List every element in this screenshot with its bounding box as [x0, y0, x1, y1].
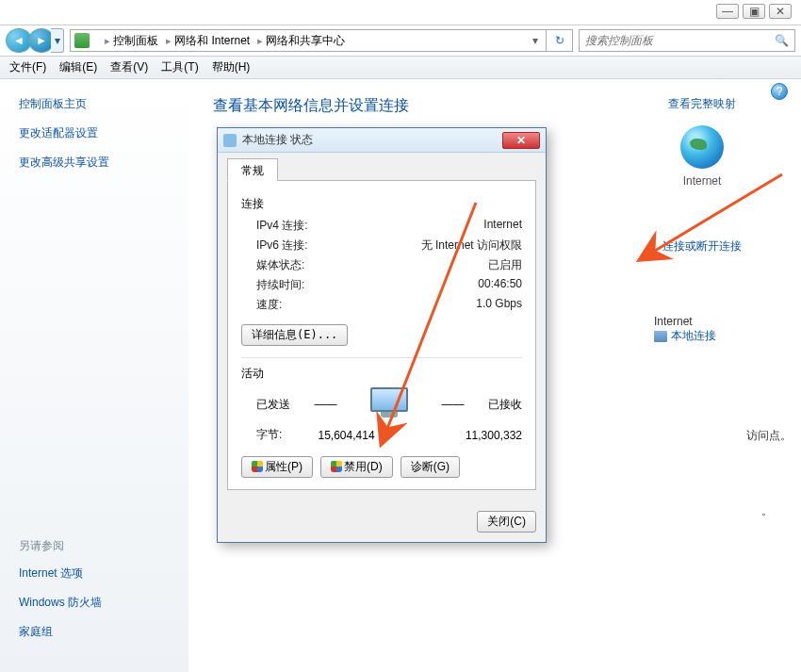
see-also-section: 另请参阅 Internet 选项 Windows 防火墙 家庭组: [19, 538, 102, 653]
partial-text: 访问点。: [746, 428, 792, 444]
sidebar-adapter-settings[interactable]: 更改适配器设置: [19, 125, 170, 141]
partial-text-2: 。: [761, 503, 773, 519]
details-button[interactable]: 详细信息(E)...: [241, 324, 348, 346]
view-full-map-link[interactable]: 查看完整映射: [631, 96, 773, 112]
value-sent-bytes: 15,604,414: [319, 429, 375, 442]
label-sent: 已发送: [256, 397, 290, 413]
breadcrumb[interactable]: 网络和共享中心: [253, 33, 349, 49]
breadcrumb[interactable]: 网络和 Internet: [162, 33, 253, 49]
label-duration: 持续时间:: [256, 277, 304, 293]
local-connection-link[interactable]: 本地连接: [671, 329, 716, 342]
address-dropdown-icon[interactable]: ▾: [529, 34, 542, 47]
network-map-column: 查看完整映射 Internet 连接或断开连接: [631, 96, 773, 268]
value-recv-bytes: 11,300,332: [466, 429, 522, 442]
menu-view[interactable]: 查看(V): [110, 59, 148, 75]
tab-general[interactable]: 常规: [227, 158, 278, 181]
close-button[interactable]: 关闭(C): [477, 511, 536, 533]
disable-button[interactable]: 禁用(D): [320, 456, 393, 478]
diagnose-button[interactable]: 诊断(G): [400, 456, 460, 478]
window-min-button[interactable]: —: [716, 4, 739, 19]
label-ipv6: IPv6 连接:: [256, 238, 308, 254]
properties-button[interactable]: 属性(P): [241, 456, 313, 478]
value-media: 已启用: [488, 257, 522, 273]
internet-label: Internet: [631, 174, 773, 188]
dialog-icon: [223, 134, 237, 147]
search-input[interactable]: [585, 34, 775, 47]
sidebar-sharing-settings[interactable]: 更改高级共享设置: [19, 155, 170, 171]
dialog-title: 本地连接 状态: [242, 132, 502, 148]
activity-monitor-icon: [366, 387, 413, 421]
menu-tools[interactable]: 工具(T): [161, 59, 198, 75]
value-speed: 1.0 Gbps: [476, 297, 522, 313]
shield-icon: [331, 461, 342, 472]
control-panel-icon: [74, 33, 90, 48]
value-ipv4: Internet: [483, 218, 522, 234]
navigation-bar: ◄ ► ▾ 控制面板 网络和 Internet 网络和共享中心 ▾ ↻ 🔍: [0, 25, 801, 57]
menu-bar: 文件(F) 编辑(E) 查看(V) 工具(T) 帮助(H): [0, 57, 801, 79]
menu-edit[interactable]: 编辑(E): [59, 59, 97, 75]
label-received: 已接收: [488, 397, 522, 413]
label-bytes: 字节:: [256, 427, 282, 443]
dialog-titlebar[interactable]: 本地连接 状态 ✕: [218, 128, 546, 153]
address-bar[interactable]: 控制面板 网络和 Internet 网络和共享中心 ▾: [70, 29, 547, 52]
see-also-internet-options[interactable]: Internet 选项: [19, 565, 102, 582]
see-also-firewall[interactable]: Windows 防火墙: [19, 595, 102, 611]
internet-text: Internet: [654, 315, 716, 328]
connection-status-dialog: 本地连接 状态 ✕ 常规 连接 IPv4 连接:Internet IPv6 连接…: [217, 127, 547, 543]
refresh-button[interactable]: ↻: [547, 29, 573, 52]
section-connection: 连接: [241, 196, 522, 212]
label-speed: 速度:: [256, 297, 282, 313]
tab-panel-general: 连接 IPv4 连接:Internet IPv6 连接:无 Internet 访…: [227, 181, 536, 490]
search-icon[interactable]: 🔍: [775, 34, 789, 47]
value-ipv6: 无 Internet 访问权限: [421, 238, 522, 254]
section-activity: 活动: [241, 366, 522, 382]
see-also-heading: 另请参阅: [19, 538, 102, 554]
tab-strip: 常规: [227, 158, 536, 181]
connect-disconnect-link[interactable]: 连接或断开连接: [631, 238, 773, 254]
search-box[interactable]: 🔍: [579, 29, 795, 52]
window-close-button[interactable]: ✕: [769, 4, 792, 19]
network-adapter-icon: [654, 331, 667, 342]
connection-internet-label: Internet 本地连接: [654, 315, 716, 344]
shield-icon: [252, 461, 263, 472]
nav-history-dropdown[interactable]: ▾: [51, 28, 64, 53]
menu-help[interactable]: 帮助(H): [212, 59, 251, 75]
menu-file[interactable]: 文件(F): [9, 59, 46, 75]
internet-globe-icon: [680, 125, 724, 169]
sidebar-home[interactable]: 控制面板主页: [19, 96, 170, 112]
breadcrumb[interactable]: 控制面板: [101, 33, 162, 49]
see-also-homegroup[interactable]: 家庭组: [19, 624, 102, 640]
label-ipv4: IPv4 连接:: [256, 218, 308, 234]
dialog-close-button[interactable]: ✕: [502, 132, 540, 149]
value-duration: 00:46:50: [478, 277, 522, 293]
label-media: 媒体状态:: [256, 257, 304, 273]
window-max-button[interactable]: ▣: [743, 4, 765, 19]
sidebar: 控制面板主页 更改适配器设置 更改高级共享设置 另请参阅 Internet 选项…: [0, 79, 188, 672]
